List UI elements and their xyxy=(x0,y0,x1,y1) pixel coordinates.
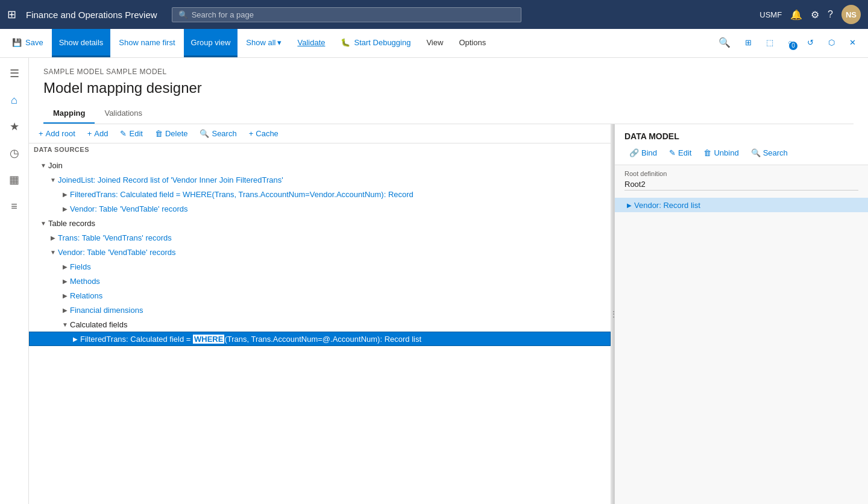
show-details-button[interactable]: Show details xyxy=(52,29,111,57)
close-button[interactable]: ✕ xyxy=(842,29,863,57)
data-model-title: DATA MODEL xyxy=(624,131,858,141)
bind-button[interactable]: 🔗 Bind xyxy=(624,146,662,160)
tree-item-vendor-1[interactable]: ▶ Vendor: Table 'VendTable' records xyxy=(29,201,611,216)
datasources-toolbar: + Add root + Add ✎ Edit 🗑 Delete xyxy=(29,124,611,143)
dm-search-button[interactable]: 🔍 Search xyxy=(746,146,793,160)
debug-icon: 🐛 xyxy=(341,38,350,47)
root-definition-label: Root definition xyxy=(624,170,858,177)
puzzle-icon-button[interactable]: ⊞ xyxy=(738,29,759,57)
sidebar-modules-icon[interactable]: ≡ xyxy=(4,195,25,217)
detach-button[interactable]: ⬡ xyxy=(821,29,842,57)
dm-expand-icon[interactable]: ▶ xyxy=(624,200,634,210)
collapse-icon-joinedlist[interactable]: ▼ xyxy=(48,175,58,184)
notification-icon[interactable]: 🔔 xyxy=(790,9,802,20)
datasources-tree: ▼ Join ▼ JoinedList: Joined Record list … xyxy=(29,153,611,504)
delete-icon: 🗑 xyxy=(155,129,163,138)
top-nav-right: USMF 🔔 ⚙ ? NS xyxy=(760,5,861,24)
bind-icon: 🔗 xyxy=(629,148,639,157)
sidebar-favorites-icon[interactable]: ★ xyxy=(4,116,25,137)
action-bar-right: 🔍 ⊞ ⬚ ○ 0 ↺ ⬡ ✕ xyxy=(711,29,863,57)
add-button[interactable]: + Add xyxy=(83,127,113,140)
expand-icon-trans[interactable]: ▶ xyxy=(48,233,58,242)
badge-count: 0 xyxy=(789,42,797,50)
help-icon[interactable]: ? xyxy=(828,9,833,20)
expand-icon-fields[interactable]: ▶ xyxy=(60,262,70,271)
refresh-button[interactable]: ↺ xyxy=(800,29,821,57)
tree-item-calculated-fields[interactable]: ▼ Calculated fields xyxy=(29,317,611,332)
dm-edit-button[interactable]: ✎ Edit xyxy=(664,146,696,160)
data-sources-title: DATA SOURCES xyxy=(29,143,611,153)
group-view-button[interactable]: Group view xyxy=(184,29,238,57)
tree-item-vendor-2[interactable]: ▼ Vendor: Table 'VendTable' records xyxy=(29,245,611,259)
tree-item-fields[interactable]: ▶ Fields xyxy=(29,259,611,274)
save-button[interactable]: 💾 Save xyxy=(5,29,51,57)
tree-item-relations[interactable]: ▶ Relations xyxy=(29,288,611,303)
data-sources-pane: + Add root + Add ✎ Edit 🗑 Delete xyxy=(29,124,612,504)
show-all-button[interactable]: Show all ▾ xyxy=(239,29,289,57)
app-title: Finance and Operations Preview xyxy=(26,10,157,20)
expand-icon-ft-sel[interactable]: ▶ xyxy=(71,334,80,344)
collapse-icon-join[interactable]: ▼ xyxy=(39,160,48,170)
tree-item-filteredtrans-1[interactable]: ▶ FilteredTrans: Calculated field = WHER… xyxy=(29,187,611,201)
data-model-header: DATA MODEL 🔗 Bind ✎ Edit 🗑 Unbind xyxy=(615,124,868,165)
sidebar-menu-icon[interactable]: ☰ xyxy=(4,63,25,84)
page-header: SAMPLE MODEL SAMPLE MODEL Model mapping … xyxy=(29,58,868,124)
edit-button[interactable]: ✎ Edit xyxy=(115,127,147,140)
show-name-first-button[interactable]: Show name first xyxy=(112,29,182,57)
collapse-icon-calc-fields[interactable]: ▼ xyxy=(60,320,70,329)
expand-icon-methods[interactable]: ▶ xyxy=(60,276,70,286)
content-area: SAMPLE MODEL SAMPLE MODEL Model mapping … xyxy=(29,58,868,504)
tree-item-tablerecords[interactable]: ▼ Table records xyxy=(29,216,611,230)
plus-icon: + xyxy=(39,129,43,138)
data-model-tree: ▶ Vendor: Record list xyxy=(615,195,868,504)
datasources-search-button[interactable]: 🔍 Search xyxy=(195,127,241,140)
app-grid-icon[interactable]: ⊞ xyxy=(7,8,16,21)
add-root-button[interactable]: + Add root xyxy=(34,127,80,140)
root-definition-value: Root2 xyxy=(624,180,858,191)
tab-validations[interactable]: Validations xyxy=(95,104,152,124)
tree-item-joinedlist[interactable]: ▼ JoinedList: Joined Record list of 'Ven… xyxy=(29,172,611,187)
collapse-icon-vendor2[interactable]: ▼ xyxy=(48,247,58,257)
validate-button[interactable]: Validate xyxy=(290,29,332,57)
tree-item-filteredtrans-selected[interactable]: ▶ FilteredTrans: Calculated field = WHER… xyxy=(29,332,611,346)
cache-button[interactable]: + Cache xyxy=(244,127,283,140)
user-avatar[interactable]: NS xyxy=(841,5,861,24)
plus-icon-2: + xyxy=(87,129,92,138)
left-sidebar: ☰ ⌂ ★ ◷ ▦ ≡ xyxy=(0,58,29,504)
search-button-bar[interactable]: 🔍 xyxy=(711,29,738,57)
sidebar-recent-icon[interactable]: ◷ xyxy=(4,142,25,164)
search-icon-ds: 🔍 xyxy=(200,129,209,138)
edit-icon: ✎ xyxy=(120,129,127,138)
tree-item-methods[interactable]: ▶ Methods xyxy=(29,274,611,288)
dm-search-icon: 🔍 xyxy=(751,148,761,157)
top-nav: ⊞ Finance and Operations Preview 🔍 USMF … xyxy=(0,0,868,29)
global-search-bar[interactable]: 🔍 xyxy=(172,7,521,22)
unbind-button[interactable]: 🗑 Unbind xyxy=(699,146,743,160)
options-button[interactable]: Options xyxy=(451,29,493,57)
global-search-input[interactable] xyxy=(192,10,515,19)
dm-tree-item-vendor[interactable]: ▶ Vendor: Record list xyxy=(615,198,868,212)
expand-icon-v1[interactable]: ▶ xyxy=(60,204,70,213)
settings-icon[interactable]: ⚙ xyxy=(811,9,819,20)
tree-item-join[interactable]: ▼ Join xyxy=(29,158,611,172)
data-model-toolbar: 🔗 Bind ✎ Edit 🗑 Unbind 🔍 xyxy=(624,146,858,160)
search-icon: 🔍 xyxy=(178,10,188,19)
delete-button[interactable]: 🗑 Delete xyxy=(150,127,193,140)
expand-icon-relations[interactable]: ▶ xyxy=(60,291,70,300)
page-title: Model mapping designer xyxy=(43,80,854,96)
collapse-icon-tablerecords[interactable]: ▼ xyxy=(39,218,48,228)
sidebar-workspaces-icon[interactable]: ▦ xyxy=(4,169,25,191)
main-layout: ☰ ⌂ ★ ◷ ▦ ≡ SAMPLE MODEL SAMPLE MODEL Mo… xyxy=(0,58,868,504)
expand-icon-fin-dim[interactable]: ▶ xyxy=(60,305,70,315)
tree-item-financial-dim[interactable]: ▶ Financial dimensions xyxy=(29,303,611,317)
cache-icon: + xyxy=(249,129,254,138)
tab-mapping[interactable]: Mapping xyxy=(43,104,95,124)
fullscreen-icon-button[interactable]: ⬚ xyxy=(759,29,781,57)
view-button[interactable]: View xyxy=(419,29,450,57)
start-debugging-button[interactable]: 🐛 Start Debugging xyxy=(333,29,418,57)
expand-icon-ft1[interactable]: ▶ xyxy=(60,189,70,199)
split-pane: + Add root + Add ✎ Edit 🗑 Delete xyxy=(29,124,868,504)
save-icon: 💾 xyxy=(12,38,22,47)
sidebar-home-icon[interactable]: ⌂ xyxy=(4,89,25,111)
tree-item-trans[interactable]: ▶ Trans: Table 'VendTrans' records xyxy=(29,230,611,245)
